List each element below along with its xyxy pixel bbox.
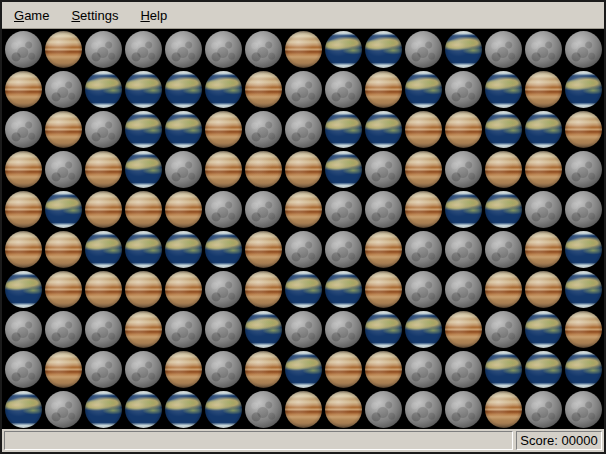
cell-r3-c15[interactable] (563, 109, 603, 149)
cell-r7-c5[interactable] (163, 269, 203, 309)
cell-r2-c10[interactable] (363, 69, 403, 109)
cell-r7-c1[interactable] (3, 269, 43, 309)
cell-r6-c5[interactable] (163, 229, 203, 269)
cell-r4-c12[interactable] (443, 149, 483, 189)
cell-r4-c4[interactable] (123, 149, 163, 189)
cell-r3-c1[interactable] (3, 109, 43, 149)
cell-r5-c6[interactable] (203, 189, 243, 229)
cell-r3-c2[interactable] (43, 109, 83, 149)
cell-r8-c8[interactable] (283, 309, 323, 349)
cell-r1-c3[interactable] (83, 29, 123, 69)
cell-r7-c11[interactable] (403, 269, 443, 309)
cell-r3-c11[interactable] (403, 109, 443, 149)
cell-r9-c6[interactable] (203, 349, 243, 389)
cell-r9-c10[interactable] (363, 349, 403, 389)
cell-r10-c9[interactable] (323, 389, 363, 429)
cell-r1-c2[interactable] (43, 29, 83, 69)
cell-r6-c4[interactable] (123, 229, 163, 269)
cell-r1-c15[interactable] (563, 29, 603, 69)
cell-r8-c11[interactable] (403, 309, 443, 349)
cell-r5-c5[interactable] (163, 189, 203, 229)
cell-r1-c8[interactable] (283, 29, 323, 69)
cell-r10-c12[interactable] (443, 389, 483, 429)
cell-r6-c14[interactable] (523, 229, 563, 269)
cell-r8-c15[interactable] (563, 309, 603, 349)
cell-r7-c10[interactable] (363, 269, 403, 309)
cell-r9-c13[interactable] (483, 349, 523, 389)
cell-r2-c5[interactable] (163, 69, 203, 109)
cell-r2-c7[interactable] (243, 69, 283, 109)
cell-r8-c13[interactable] (483, 309, 523, 349)
cell-r2-c6[interactable] (203, 69, 243, 109)
cell-r4-c1[interactable] (3, 149, 43, 189)
cell-r10-c7[interactable] (243, 389, 283, 429)
cell-r1-c10[interactable] (363, 29, 403, 69)
cell-r9-c2[interactable] (43, 349, 83, 389)
cell-r9-c8[interactable] (283, 349, 323, 389)
cell-r6-c8[interactable] (283, 229, 323, 269)
cell-r2-c3[interactable] (83, 69, 123, 109)
cell-r8-c5[interactable] (163, 309, 203, 349)
cell-r6-c13[interactable] (483, 229, 523, 269)
cell-r10-c6[interactable] (203, 389, 243, 429)
cell-r2-c2[interactable] (43, 69, 83, 109)
cell-r3-c10[interactable] (363, 109, 403, 149)
cell-r3-c8[interactable] (283, 109, 323, 149)
cell-r5-c11[interactable] (403, 189, 443, 229)
cell-r4-c3[interactable] (83, 149, 123, 189)
cell-r9-c7[interactable] (243, 349, 283, 389)
cell-r2-c15[interactable] (563, 69, 603, 109)
cell-r3-c5[interactable] (163, 109, 203, 149)
cell-r5-c12[interactable] (443, 189, 483, 229)
cell-r7-c6[interactable] (203, 269, 243, 309)
cell-r4-c9[interactable] (323, 149, 363, 189)
cell-r3-c13[interactable] (483, 109, 523, 149)
cell-r8-c10[interactable] (363, 309, 403, 349)
cell-r4-c11[interactable] (403, 149, 443, 189)
cell-r10-c4[interactable] (123, 389, 163, 429)
cell-r6-c9[interactable] (323, 229, 363, 269)
cell-r4-c6[interactable] (203, 149, 243, 189)
cell-r1-c6[interactable] (203, 29, 243, 69)
cell-r6-c3[interactable] (83, 229, 123, 269)
cell-r1-c12[interactable] (443, 29, 483, 69)
cell-r3-c6[interactable] (203, 109, 243, 149)
cell-r1-c5[interactable] (163, 29, 203, 69)
cell-r7-c13[interactable] (483, 269, 523, 309)
cell-r5-c13[interactable] (483, 189, 523, 229)
cell-r4-c7[interactable] (243, 149, 283, 189)
cell-r8-c14[interactable] (523, 309, 563, 349)
cell-r5-c15[interactable] (563, 189, 603, 229)
cell-r2-c4[interactable] (123, 69, 163, 109)
cell-r5-c4[interactable] (123, 189, 163, 229)
cell-r8-c4[interactable] (123, 309, 163, 349)
cell-r6-c11[interactable] (403, 229, 443, 269)
cell-r2-c11[interactable] (403, 69, 443, 109)
cell-r2-c12[interactable] (443, 69, 483, 109)
cell-r1-c14[interactable] (523, 29, 563, 69)
cell-r1-c4[interactable] (123, 29, 163, 69)
cell-r10-c11[interactable] (403, 389, 443, 429)
cell-r4-c8[interactable] (283, 149, 323, 189)
cell-r4-c5[interactable] (163, 149, 203, 189)
cell-r1-c1[interactable] (3, 29, 43, 69)
cell-r7-c8[interactable] (283, 269, 323, 309)
cell-r6-c2[interactable] (43, 229, 83, 269)
menu-item-help[interactable]: Help (132, 5, 175, 26)
cell-r2-c14[interactable] (523, 69, 563, 109)
cell-r5-c8[interactable] (283, 189, 323, 229)
cell-r3-c14[interactable] (523, 109, 563, 149)
cell-r8-c2[interactable] (43, 309, 83, 349)
cell-r4-c10[interactable] (363, 149, 403, 189)
cell-r8-c6[interactable] (203, 309, 243, 349)
cell-r7-c9[interactable] (323, 269, 363, 309)
cell-r7-c12[interactable] (443, 269, 483, 309)
cell-r4-c15[interactable] (563, 149, 603, 189)
cell-r1-c7[interactable] (243, 29, 283, 69)
cell-r9-c5[interactable] (163, 349, 203, 389)
cell-r8-c9[interactable] (323, 309, 363, 349)
cell-r6-c7[interactable] (243, 229, 283, 269)
cell-r5-c10[interactable] (363, 189, 403, 229)
cell-r2-c8[interactable] (283, 69, 323, 109)
cell-r2-c9[interactable] (323, 69, 363, 109)
